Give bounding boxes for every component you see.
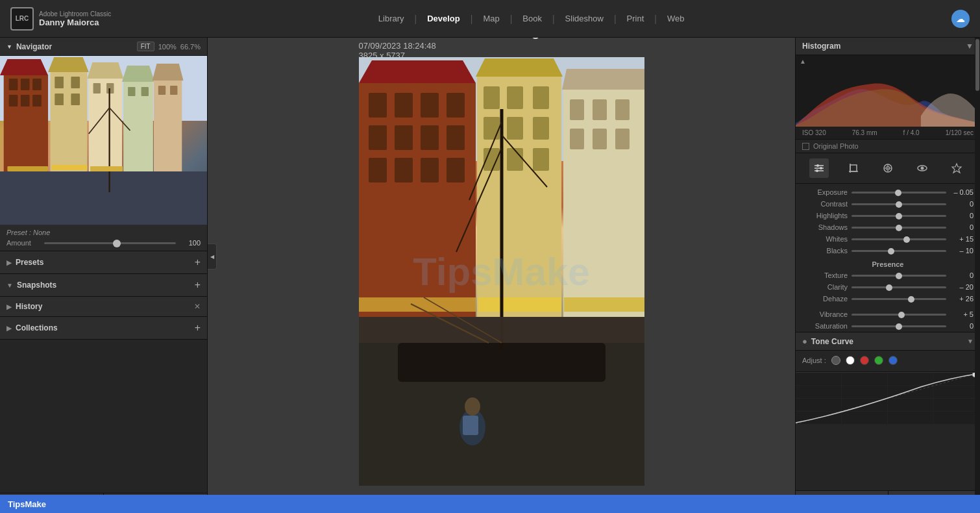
crop-tool[interactable] <box>844 158 863 178</box>
amount-value: 100 <box>181 239 201 247</box>
svg-rect-12 <box>55 94 64 105</box>
zoom100[interactable]: 100% <box>158 43 177 51</box>
history-header[interactable]: ▶ History ✕ <box>0 297 207 316</box>
contrast-thumb <box>896 201 902 208</box>
texture-slider[interactable] <box>851 275 946 277</box>
tone-curve-arrow[interactable]: ▼ <box>967 338 974 345</box>
navigator-image <box>0 56 207 225</box>
collections-header[interactable]: ▶ Collections + <box>0 317 207 339</box>
amount-slider[interactable] <box>44 242 176 244</box>
history-clear-btn[interactable]: ✕ <box>194 302 201 311</box>
svg-rect-54 <box>507 117 523 140</box>
navigator-label: Navigator <box>16 42 52 51</box>
filter-tool[interactable] <box>947 158 966 178</box>
exposure-slider[interactable] <box>851 192 946 194</box>
svg-rect-23 <box>154 81 182 173</box>
exif-iso: ISO 320 <box>802 129 826 136</box>
cloud-icon[interactable]: ☁ <box>951 10 970 28</box>
user-name: Danny Maiorca <box>39 18 111 27</box>
shadows-thumb <box>896 225 902 231</box>
basic-adjustments-tool[interactable] <box>809 158 829 178</box>
nav-web[interactable]: Web <box>661 11 691 26</box>
left-collapse-btn[interactable]: ◀ <box>208 244 217 269</box>
nav-library[interactable]: Library <box>372 11 411 26</box>
tone-curve-label: Tone Curve <box>811 337 853 346</box>
left-panel: ▼ Navigator FIT 100% 66.7% <box>0 38 208 513</box>
collections-add-btn[interactable]: + <box>195 322 201 334</box>
history-label: History <box>16 302 42 311</box>
snapshots-header[interactable]: ▼ Snapshots + <box>0 274 207 296</box>
blacks-value: – 10 <box>950 247 974 255</box>
svg-rect-58 <box>533 148 549 171</box>
exposure-label: Exposure <box>802 188 848 196</box>
whites-slider[interactable] <box>851 238 946 240</box>
hist-up-arrow[interactable]: ▲ <box>800 58 806 65</box>
highlights-label: Highlights <box>802 212 848 219</box>
shadows-slider[interactable] <box>851 227 946 229</box>
saturation-value: 0 <box>950 322 974 330</box>
photo-background: TipsMake <box>359 57 644 486</box>
highlights-row: Highlights 0 <box>796 210 980 221</box>
svg-rect-47 <box>447 158 465 182</box>
svg-rect-40 <box>369 125 387 150</box>
curve-green-dot[interactable] <box>874 356 883 365</box>
snapshots-add-btn[interactable]: + <box>195 279 201 291</box>
contrast-slider[interactable] <box>851 203 946 205</box>
curve-line-icon[interactable] <box>831 356 840 365</box>
brand-bar: TipsMake <box>0 495 980 513</box>
saturation-slider[interactable] <box>851 325 946 327</box>
svg-marker-14 <box>48 57 89 72</box>
zoom66[interactable]: 66.7% <box>180 43 201 51</box>
highlights-slider[interactable] <box>851 215 946 217</box>
blacks-slider[interactable] <box>851 250 946 252</box>
nav-develop[interactable]: Develop <box>421 11 467 26</box>
svg-rect-3 <box>21 79 30 90</box>
presets-arrow: ▶ <box>6 259 12 266</box>
healing-tool[interactable] <box>878 158 898 178</box>
texture-label: Texture <box>802 271 848 279</box>
svg-point-89 <box>816 169 818 172</box>
exposure-thumb <box>895 190 901 196</box>
fit-btn[interactable]: FIT <box>137 42 154 51</box>
curve-red-dot[interactable] <box>860 356 869 365</box>
tools-row <box>796 153 980 184</box>
svg-rect-68 <box>359 297 476 312</box>
svg-rect-13 <box>71 94 80 105</box>
nav-book[interactable]: Book <box>516 11 548 26</box>
whites-label: Whites <box>802 235 848 243</box>
presets-add-btn[interactable]: + <box>195 256 201 268</box>
svg-rect-64 <box>570 129 584 149</box>
red-eye-tool[interactable] <box>913 158 932 178</box>
svg-rect-46 <box>421 158 439 182</box>
navigator-header[interactable]: ▼ Navigator FIT 100% 66.7% <box>0 38 207 56</box>
presets-label: Presets <box>16 258 43 267</box>
nav-slideshow[interactable]: Slideshow <box>559 11 610 26</box>
blacks-label: Blacks <box>802 247 848 255</box>
histogram-dropdown-arrow[interactable]: ▼ <box>966 42 974 51</box>
tone-curve-eye-icon[interactable]: ● <box>802 336 807 346</box>
blacks-row: Blacks – 10 <box>796 245 980 256</box>
vibrance-slider[interactable] <box>851 314 946 316</box>
original-photo-checkbox[interactable] <box>802 143 809 150</box>
nav-right: ☁ <box>951 10 970 28</box>
nav-print[interactable]: Print <box>620 11 651 26</box>
right-scrollbar[interactable] <box>975 38 980 495</box>
collections-section: ▶ Collections + <box>0 317 207 340</box>
svg-rect-32 <box>52 165 88 170</box>
svg-rect-2 <box>9 79 18 90</box>
svg-marker-67 <box>562 69 644 90</box>
center-area: DSCF0734-Enhanced-NR.dng 07/09/2023 18:2… <box>208 38 795 513</box>
clarity-slider[interactable] <box>851 286 946 288</box>
svg-rect-6 <box>21 95 30 106</box>
dehaze-slider[interactable] <box>851 298 946 300</box>
saturation-label: Saturation <box>802 322 848 330</box>
curve-blue-dot[interactable] <box>888 356 898 365</box>
svg-rect-37 <box>395 93 413 118</box>
history-section: ▶ History ✕ <box>0 297 207 317</box>
dehaze-value: + 26 <box>950 295 974 303</box>
nav-map[interactable]: Map <box>476 11 506 26</box>
presets-header[interactable]: ▶ Presets + <box>0 251 207 273</box>
dehaze-row: Dehaze + 26 <box>796 293 980 305</box>
curve-white-dot[interactable] <box>846 356 855 365</box>
svg-marker-18 <box>87 62 123 79</box>
